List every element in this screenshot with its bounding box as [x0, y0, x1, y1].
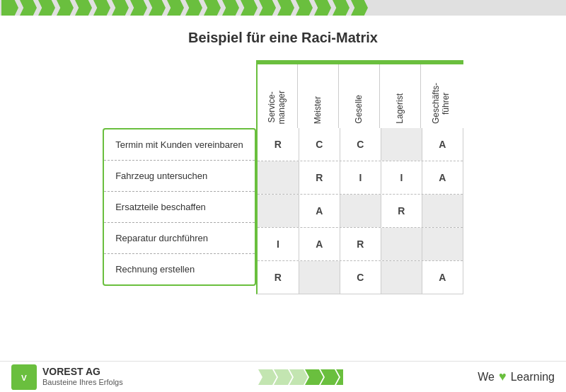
main-content: Beispiel für eine Raci-Matrix Termin mit… — [0, 16, 566, 376]
col-header-lagerist: Lagerist — [379, 60, 420, 128]
cell-r2-c3: R — [381, 195, 422, 227]
table-row: IAR — [258, 228, 463, 261]
logo-text-group: VOREST AG Bausteine Ihres Erfolgs — [42, 366, 123, 387]
bottom-bar: V VOREST AG Bausteine Ihres Erfolgs We ♥… — [0, 361, 566, 392]
cell-r1-c3: I — [381, 161, 422, 194]
chevron-1 — [1, 0, 18, 16]
cell-r1-c1: R — [299, 161, 340, 194]
cell-r4-c3 — [381, 261, 422, 294]
cell-r3-c4 — [422, 228, 463, 260]
logo-area: V VOREST AG Bausteine Ihres Erfolgs — [11, 364, 123, 390]
chevron-18 — [314, 0, 331, 16]
chevron-10 — [167, 0, 184, 16]
chevron-3 — [38, 0, 55, 16]
row-label-0: Termin mit Kunden vereinbaren — [104, 129, 255, 161]
row-label-1: Fahrzeug untersuchen — [104, 161, 255, 192]
chevron-15 — [259, 0, 276, 16]
chevron-20 — [351, 0, 368, 16]
cell-r4-c1 — [299, 261, 340, 294]
cell-r4-c0: R — [258, 261, 299, 294]
column-headers: Service- managerMeisterGeselleLageristGe… — [256, 60, 463, 128]
cell-r3-c0: I — [258, 228, 299, 260]
svg-text:V: V — [21, 373, 27, 382]
chevron-16 — [277, 0, 294, 16]
col-header-text-meister: Meister — [313, 96, 323, 124]
table-row: RCA — [258, 261, 463, 294]
cell-r3-c1: A — [299, 228, 340, 260]
page-title: Beispiel für eine Raci-Matrix — [188, 30, 378, 46]
cell-r0-c2: C — [340, 128, 381, 161]
raci-table-wrapper: Termin mit Kunden vereinbarenFahrzeug un… — [103, 60, 463, 294]
col-header-text-geselle: Geselle — [354, 95, 364, 124]
bottom-chevron-icon — [258, 369, 343, 385]
vorest-logo-icon: V — [11, 364, 37, 390]
cell-r1-c4: A — [422, 161, 463, 194]
cell-r2-c0 — [258, 195, 299, 227]
chevron-12 — [204, 0, 221, 16]
green-top-strip — [256, 60, 463, 64]
cell-r3-c2: R — [340, 228, 381, 260]
table-row: RCCA — [258, 128, 463, 161]
data-rows: RCCARIIAARIARRCA — [256, 128, 463, 294]
cell-r0-c0: R — [258, 128, 299, 161]
top-chevrons — [0, 0, 368, 16]
row-label-2: Ersatzteile beschaffen — [104, 192, 255, 223]
row-labels-box: Termin mit Kunden vereinbarenFahrzeug un… — [103, 128, 256, 286]
cell-r2-c2 — [340, 195, 381, 227]
chevron-11 — [185, 0, 202, 16]
chevron-8 — [130, 0, 147, 16]
cell-r1-c0 — [258, 161, 299, 194]
cell-r3-c3 — [381, 228, 422, 260]
chevron-13 — [222, 0, 239, 16]
col-header-text-lagerist: Lagerist — [395, 93, 405, 124]
chevron-6 — [93, 0, 110, 16]
row-label-3: Reparatur durchführen — [104, 223, 255, 254]
chevron-14 — [241, 0, 258, 16]
heart-icon: ♥ — [499, 369, 507, 384]
chevron-4 — [57, 0, 74, 16]
logo-name: VOREST AG — [42, 366, 123, 377]
col-header-geschaeftsfuehrer: Geschäfts- führer — [420, 60, 461, 128]
col-header-text-service-manager: Service- manager — [267, 91, 287, 124]
we-text: We — [478, 371, 495, 384]
col-header-text-geschaeftsfuehrer: Geschäfts- führer — [431, 83, 451, 124]
svg-marker-2 — [258, 369, 277, 385]
chevron-9 — [149, 0, 166, 16]
chevron-2 — [20, 0, 37, 16]
we-learning-brand: We ♥ Learning — [478, 369, 555, 384]
table-row: RIIA — [258, 161, 463, 195]
cell-r2-c1: A — [299, 195, 340, 227]
col-header-service-manager: Service- manager — [256, 60, 297, 128]
chevron-19 — [333, 0, 350, 16]
chevron-5 — [75, 0, 92, 16]
cell-r0-c1: C — [299, 128, 340, 161]
cell-r1-c2: I — [340, 161, 381, 194]
cell-r2-c4 — [422, 195, 463, 227]
learning-text: Learning — [511, 371, 555, 384]
row-label-4: Rechnung erstellen — [104, 254, 255, 284]
cell-r0-c3 — [381, 128, 422, 161]
cell-r0-c4: A — [422, 128, 463, 161]
right-matrix: Service- managerMeisterGeselleLageristGe… — [256, 60, 463, 294]
chevron-17 — [296, 0, 313, 16]
col-header-geselle: Geselle — [338, 60, 379, 128]
cell-r4-c2: C — [340, 261, 381, 294]
top-chevron-bar — [0, 0, 566, 16]
table-row: AR — [258, 195, 463, 228]
cell-r4-c4: A — [422, 261, 463, 294]
col-header-meister: Meister — [297, 60, 338, 128]
chevron-7 — [112, 0, 129, 16]
bottom-chevrons — [258, 369, 343, 385]
logo-tagline: Bausteine Ihres Erfolgs — [42, 377, 123, 387]
